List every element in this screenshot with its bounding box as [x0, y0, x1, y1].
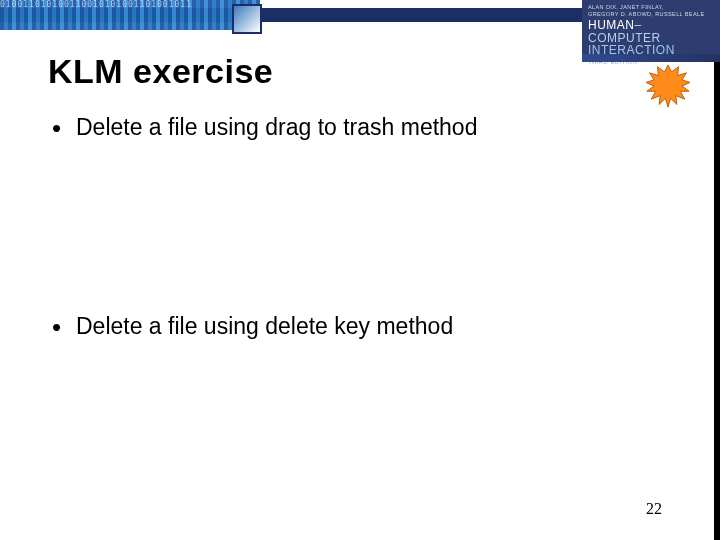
header-binary-decor: 010011010100110010101001101001011 [0, 0, 260, 30]
book-authors-line1: ALAN DIX, JANET FINLAY, [588, 4, 664, 10]
book-authors: ALAN DIX, JANET FINLAY, GREGORY D. ABOWD… [588, 4, 714, 17]
header-accent-square [232, 4, 262, 34]
slide-title: KLM exercise [48, 52, 672, 91]
bullet-item: Delete a file using delete key method [48, 312, 672, 341]
page-number: 22 [646, 500, 662, 518]
right-edge-shadow [714, 62, 720, 540]
slide-body: KLM exercise Delete a file using drag to… [48, 52, 672, 500]
bullet-list: Delete a file using drag to trash method… [48, 113, 672, 341]
book-authors-line2: GREGORY D. ABOWD, RUSSELL BEALE [588, 11, 705, 17]
bullet-item: Delete a file using drag to trash method [48, 113, 672, 142]
